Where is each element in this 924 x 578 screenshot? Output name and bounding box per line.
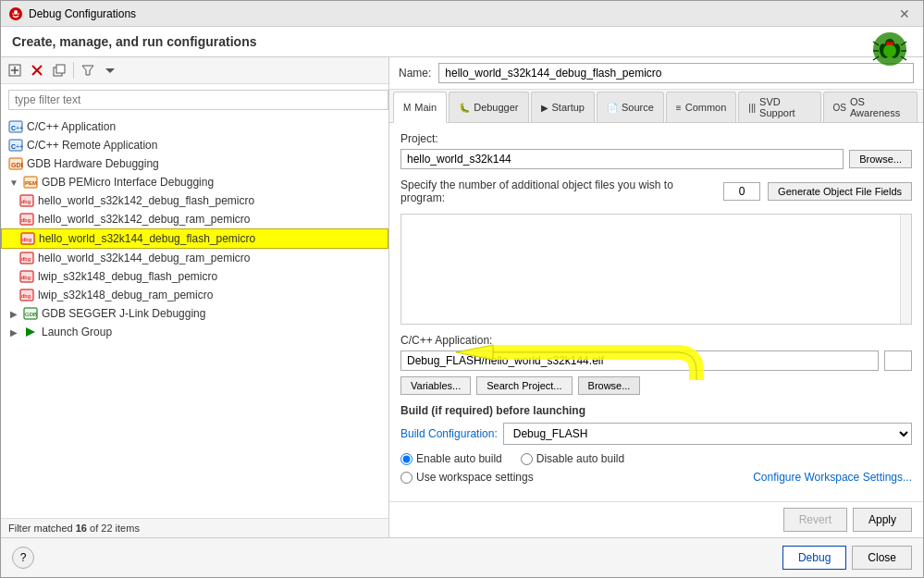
tree-item-cpp-remote[interactable]: C++ C/C++ Remote Application: [1, 136, 388, 154]
project-label: Project:: [400, 132, 912, 145]
tree-item-launch-group[interactable]: ▶ Launch Group: [1, 323, 388, 341]
tab-common[interactable]: ≡ Common: [666, 92, 736, 122]
filter-config-button[interactable]: [78, 60, 98, 80]
filter-area: [1, 84, 388, 116]
cpp-remote-icon: C++: [8, 138, 23, 153]
cpp-app-row: [400, 350, 912, 371]
more-button[interactable]: [100, 60, 120, 80]
revert-button[interactable]: Revert: [783, 508, 847, 532]
left-status-bar: Filter matched 16 of 22 items: [1, 518, 388, 537]
tree-item-gdb-hw[interactable]: GDB GDB Hardware Debugging: [1, 154, 388, 173]
k142-flash-label: hello_world_s32k142_debug_flash_pemicro: [38, 194, 254, 207]
tab-source[interactable]: 📄 Source: [597, 92, 664, 122]
tree-item-pemicro-group[interactable]: ▼ PEM GDB PEMicro Interface Debugging: [1, 173, 388, 191]
cpp-app-browse-button[interactable]: Browse...: [578, 376, 641, 395]
tree-item-k142-ram[interactable]: dbg hello_world_s32k142_debug_ram_pemicr…: [1, 210, 388, 228]
k142-flash-icon: dbg: [19, 193, 34, 208]
name-input[interactable]: [438, 63, 914, 83]
k148-ram-icon: dbg: [19, 288, 34, 302]
right-bottom-buttons: Revert Apply: [389, 501, 923, 537]
tab-svd[interactable]: ||| SVD Support: [738, 92, 820, 122]
pemicro-group-label: GDB PEMicro Interface Debugging: [42, 176, 214, 189]
common-tab-icon: ≡: [676, 103, 682, 113]
gdb-hw-icon: GDB: [8, 156, 23, 171]
tab-startup[interactable]: ▶ Startup: [531, 92, 595, 122]
svg-text:dbg: dbg: [21, 199, 31, 204]
cpp-app-section-label: C/C++ Application:: [400, 334, 912, 347]
filter-input[interactable]: [8, 90, 388, 110]
svg-text:dbg: dbg: [21, 275, 31, 280]
cpp-app-extra-input[interactable]: [884, 350, 912, 371]
variables-button[interactable]: Variables...: [400, 376, 471, 395]
delete-config-button[interactable]: [27, 60, 47, 80]
disable-auto-build-radio[interactable]: [521, 453, 533, 465]
k142-ram-label: hello_world_s32k142_debug_ram_pemicro: [38, 213, 250, 226]
tree-item-k144-flash-selected[interactable]: dbg hello_world_s32k144_debug_flash_pemi…: [1, 228, 388, 249]
new-config-button[interactable]: [5, 60, 25, 80]
startup-tab-icon: ▶: [541, 103, 548, 113]
bottom-bar: ? Debug Close: [1, 537, 923, 577]
apply-button[interactable]: Apply: [853, 508, 912, 532]
configure-workspace-link[interactable]: Configure Workspace Settings...: [753, 471, 912, 484]
k144-ram-label: hello_world_s32k144_debug_ram_pemicro: [38, 252, 250, 264]
svg-text:dbg: dbg: [21, 256, 31, 262]
svg-text:dbg: dbg: [21, 217, 31, 223]
help-button[interactable]: ?: [12, 547, 34, 569]
os-tab-icon: OS: [833, 103, 846, 113]
scroll-bar[interactable]: [900, 215, 911, 324]
debug-button[interactable]: Debug: [782, 546, 846, 570]
title-bar: Debug Configurations ✕: [1, 1, 923, 27]
tree-item-k148-flash[interactable]: dbg lwip_s32k148_debug_flash_pemicro: [1, 267, 388, 286]
cpp-remote-label: C/C++ Remote Application: [27, 139, 157, 152]
segger-icon: GDB: [23, 306, 38, 321]
svg-text:dbg: dbg: [21, 293, 31, 299]
build-section: Build (if required) before launching Bui…: [400, 404, 912, 484]
tree-item-cpp-app[interactable]: C++ C/C++ Application: [1, 117, 388, 136]
name-field-label: Name:: [399, 67, 431, 80]
svg-rect-22: [56, 65, 65, 73]
search-project-button[interactable]: Search Project...: [476, 376, 572, 395]
debugger-tab-icon: 🐛: [459, 103, 470, 113]
source-tab-label: Source: [622, 102, 654, 113]
tree-item-k144-ram[interactable]: dbg hello_world_s32k144_debug_ram_pemicr…: [1, 249, 388, 267]
tab-debugger[interactable]: 🐛 Debugger: [449, 92, 528, 122]
workspace-settings-radio[interactable]: [400, 472, 413, 484]
tree-item-k148-ram[interactable]: dbg lwip_s32k148_debug_ram_pemicro: [1, 286, 388, 304]
svg-text:GDB: GDB: [11, 162, 23, 168]
close-button[interactable]: Close: [852, 546, 912, 570]
svg-point-15: [890, 42, 893, 45]
enable-auto-build-radio[interactable]: [400, 453, 413, 465]
left-toolbar: [1, 57, 388, 84]
workspace-settings-label: Use workspace settings: [416, 471, 534, 484]
source-tab-icon: 📄: [607, 103, 618, 113]
gen-obj-fields-button[interactable]: Generate Object File Fields: [768, 182, 912, 201]
tab-main[interactable]: M Main: [393, 92, 447, 123]
segger-expand-icon: ▶: [8, 308, 19, 319]
cpp-app-input[interactable]: [400, 350, 879, 371]
enable-auto-build-label: Enable auto build: [416, 452, 502, 465]
specify-row: Specify the number of additional object …: [400, 178, 912, 204]
svg-point-13: [883, 44, 896, 57]
specify-number-input[interactable]: [723, 182, 760, 201]
common-tab-label: Common: [685, 102, 727, 113]
svg-marker-23: [82, 66, 93, 75]
build-config-select[interactable]: Debug_FLASH Release Debug: [503, 423, 912, 445]
cpp-app-icon: C++: [8, 119, 23, 134]
tree-item-k142-flash[interactable]: dbg hello_world_s32k142_debug_flash_pemi…: [1, 191, 388, 210]
page-title: Create, manage, and run configurations: [12, 34, 257, 49]
project-browse-button[interactable]: Browse...: [849, 150, 912, 168]
tree-item-segger-group[interactable]: ▶ GDB GDB SEGGER J-Link Debugging: [1, 304, 388, 323]
workspace-settings-row: Use workspace settings Configure Workspa…: [400, 471, 912, 484]
radio-row: Enable auto build Disable auto build: [400, 452, 912, 465]
cpp-app-container: C/C++ Application:: [400, 334, 912, 395]
svd-tab-label: SVD Support: [759, 96, 810, 118]
tab-os[interactable]: OS OS Awareness: [823, 92, 918, 122]
toolbar-separator: [73, 62, 74, 79]
window-close-button[interactable]: ✕: [893, 5, 916, 23]
project-input[interactable]: [400, 149, 844, 169]
scrollable-area: [400, 214, 912, 325]
duplicate-config-button[interactable]: [49, 60, 69, 80]
k144-flash-icon: dbg: [20, 231, 35, 246]
build-config-link[interactable]: Build Configuration:: [400, 427, 498, 440]
os-tab-label: OS Awareness: [850, 96, 907, 118]
